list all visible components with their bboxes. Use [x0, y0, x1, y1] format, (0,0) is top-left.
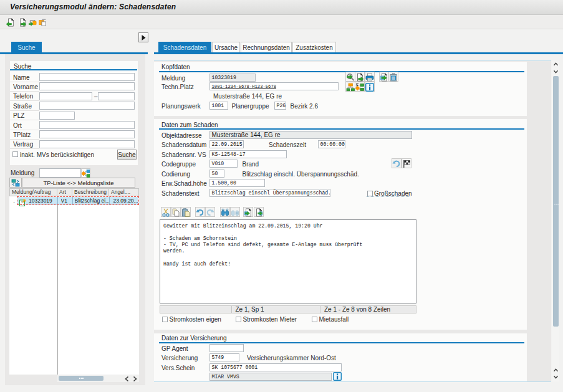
- technplatz-input[interactable]: 1001-1234-5678-H123-5678: [209, 82, 339, 90]
- scroll-up2-icon[interactable]: [554, 368, 558, 372]
- gpagent-input[interactable]: [209, 344, 244, 352]
- clipboard-icon[interactable]: [388, 72, 398, 82]
- inactive-mv-label: inakt. MVs berücksichtigen: [20, 151, 94, 158]
- schadenszeit-input[interactable]: 00:00:00: [318, 140, 345, 148]
- scroll-down-icon[interactable]: [554, 70, 558, 74]
- clipboard-icon-svg: [389, 73, 398, 82]
- plz-input[interactable]: [39, 112, 75, 120]
- h-scrollbar-thumb[interactable]: [59, 376, 103, 381]
- undo-icon[interactable]: [392, 158, 402, 168]
- versicherung-input[interactable]: 5749: [209, 353, 239, 361]
- undo-text-icon[interactable]: [195, 207, 205, 217]
- print-icon-svg: [365, 73, 374, 82]
- planungswerk-input[interactable]: 1001: [209, 102, 228, 110]
- schadenstext-value-text: Blitzschlag einschl Überspannungsschäd.: [212, 190, 331, 196]
- kopfdaten-underline: [159, 71, 524, 72]
- schadensnr-input[interactable]: KS-12548-17: [209, 150, 287, 158]
- scroll-right-icon[interactable]: [132, 376, 137, 381]
- planergruppe-input[interactable]: P26: [274, 102, 286, 110]
- planungswerk-value-text: 1001: [212, 103, 224, 108]
- telefon-input[interactable]: [39, 92, 92, 100]
- telefon-dash: –: [94, 93, 98, 100]
- column-header-beschreibung[interactable]: Beschreibung: [72, 188, 109, 196]
- schadensdatum-value-text: 22.09.2015: [212, 141, 243, 147]
- codegruppe-input[interactable]: V010: [209, 160, 238, 168]
- paste-template-icon[interactable]: [39, 18, 49, 28]
- cut-icon[interactable]: [161, 207, 171, 217]
- tab-zusatzkosten[interactable]: Zusatzkosten: [292, 42, 336, 52]
- export-text-icon[interactable]: [254, 207, 264, 217]
- execute-document-icon-svg: [18, 18, 27, 27]
- strasse-input[interactable]: [39, 102, 135, 110]
- stromkosten-mieter-checkbox[interactable]: [236, 317, 241, 322]
- column-divider: [57, 196, 58, 375]
- schadenstext-input[interactable]: Blitzschlag einschl Überspannungsschäd.: [209, 189, 330, 197]
- scroll-up-icon[interactable]: [554, 62, 558, 66]
- field-label-telefon: Telefon: [13, 93, 33, 100]
- search-button[interactable]: Suche: [117, 150, 137, 160]
- table-title-bar[interactable]: TP-Liste <-> Meldungsliste: [22, 178, 135, 188]
- mietausfall-checkbox[interactable]: [312, 317, 317, 322]
- structure-search-icon[interactable]: [81, 168, 90, 178]
- right-panel: Kopfdaten Meldung 10323019 Techn.Platz 1…: [154, 54, 563, 385]
- tab-schadensdaten[interactable]: Schadensdaten: [158, 42, 211, 52]
- tab-ursache[interactable]: Ursache: [212, 42, 240, 52]
- editor-status-position: Ze 1, Sp 1: [231, 305, 321, 313]
- swap-lists-button[interactable]: [9, 178, 22, 188]
- planungswerk-label: Planungswerk: [161, 103, 201, 110]
- stromkosten-eigen-checkbox[interactable]: [162, 317, 168, 322]
- inactive-mv-checkbox[interactable]: [12, 151, 18, 157]
- import-text-icon-svg: [244, 208, 253, 217]
- telefon2-input[interactable]: [98, 92, 135, 100]
- scroll-left-icon[interactable]: [125, 376, 130, 381]
- info-icon[interactable]: [365, 82, 375, 92]
- tplatz-input[interactable]: [39, 130, 135, 138]
- vertrag-input[interactable]: [39, 140, 135, 148]
- versschein-label: Vers.Schein: [161, 365, 195, 371]
- hierarchy-icon[interactable]: [345, 82, 355, 92]
- name-input[interactable]: [39, 73, 135, 81]
- checkered-flag-icon-svg: [402, 160, 411, 168]
- display-document-icon[interactable]: [355, 72, 365, 82]
- redo-icon[interactable]: [205, 207, 215, 217]
- display-icon[interactable]: [345, 72, 355, 82]
- versschein-input[interactable]: SK 1075677 0001: [209, 363, 342, 371]
- create-structure-icon[interactable]: [29, 18, 39, 28]
- print-icon[interactable]: [365, 72, 375, 82]
- editor-status-spacer: [160, 305, 232, 313]
- technplatz-label: Techn.Platz: [161, 84, 194, 90]
- meldung-input[interactable]: [39, 168, 81, 178]
- copy-icon[interactable]: [171, 207, 181, 217]
- versicherung-text: Versicherungskammer Nord-Ost: [247, 355, 336, 361]
- column-header-angelegt[interactable]: Angel....: [108, 188, 139, 196]
- exit-document-icon[interactable]: [6, 18, 16, 28]
- find-next-icon[interactable]: [230, 207, 240, 217]
- planergruppe-label: Planergruppe: [232, 103, 269, 110]
- ort-input[interactable]: [39, 121, 135, 129]
- column-header-meldung[interactable]: Meldung/Auftrag: [9, 188, 57, 196]
- schadensdatum-input[interactable]: 22.09.2015: [209, 140, 244, 148]
- versicherung-value-text: 5749: [212, 355, 224, 360]
- v-scrollbar-thumb[interactable]: [553, 76, 559, 327]
- checkered-flag-icon[interactable]: [402, 158, 411, 168]
- vorname-input[interactable]: [39, 82, 135, 90]
- expand-right-icon: [142, 35, 146, 41]
- hierarchy-arrow-icon[interactable]: [355, 82, 365, 92]
- find-icon[interactable]: [220, 207, 230, 217]
- codierung-input[interactable]: 50: [209, 170, 224, 178]
- scroll-down2-icon[interactable]: [554, 375, 558, 379]
- expand-panel-button[interactable]: [138, 32, 148, 42]
- erwschadhoehe-input[interactable]: 1.500,00: [209, 179, 265, 187]
- execute-document-icon[interactable]: [18, 18, 28, 28]
- import-text-icon[interactable]: [243, 207, 253, 217]
- longtext-editor[interactable]: Gewitter mit Blitzeinschlag am 22.09.201…: [160, 219, 416, 304]
- column-header-art[interactable]: Art: [57, 188, 72, 196]
- versschein-value-text: SK 1075677 0001: [212, 365, 258, 370]
- schaden-underline: [159, 128, 524, 130]
- paste-icon[interactable]: [181, 207, 191, 217]
- meldung-label: Meldung: [11, 170, 34, 176]
- tab-suche[interactable]: Suche: [11, 42, 42, 52]
- miar-info-icon[interactable]: [333, 372, 342, 381]
- tab-rechnungsdaten[interactable]: Rechnungsdaten: [241, 42, 292, 52]
- refresh-document-icon[interactable]: [379, 72, 389, 82]
